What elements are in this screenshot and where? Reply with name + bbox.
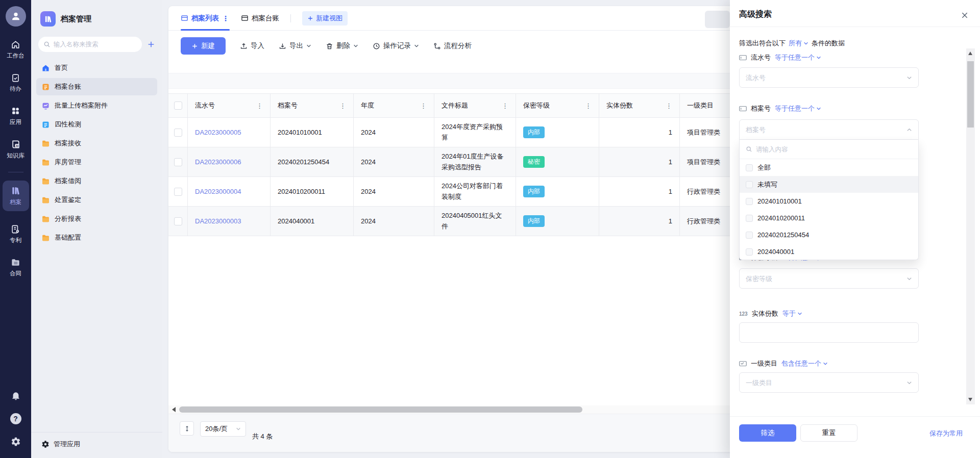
copies-filter-input[interactable] [739,322,919,343]
operator-select[interactable]: 包含任意一个 [781,359,828,368]
archive-no-filter-input[interactable] [739,119,919,140]
option-checkbox[interactable] [746,164,753,171]
gear-icon[interactable] [11,437,21,447]
option-checkbox[interactable] [746,198,753,205]
operator-select[interactable]: 等于任意一个 [775,104,821,113]
bell-icon[interactable] [11,391,21,401]
archive-no-filter-field[interactable] [746,126,906,134]
dropdown-option[interactable]: 20240201250454 [740,226,918,243]
import-button[interactable]: 导入 [240,41,264,50]
sidebar-item-disposal[interactable]: 处置鉴定 [36,191,157,209]
sidebar-item-report[interactable]: 分析报表 [36,210,157,227]
rail-item-archive[interactable]: 档案 [3,181,29,211]
column-menu-icon[interactable]: ⋮ [502,102,508,110]
filter-button[interactable]: 筛选 [739,424,796,442]
help-icon[interactable]: ? [10,413,21,424]
panel-scrollbar[interactable] [966,48,975,404]
column-menu-icon[interactable]: ⋮ [339,102,346,110]
close-icon[interactable] [961,11,969,19]
row-height-button[interactable] [180,421,194,436]
sidebar-item-receive[interactable]: 档案接收 [36,135,157,152]
save-as-common-link[interactable]: 保存为常用 [929,429,963,438]
rail-item-apps[interactable]: 应用 [3,106,29,126]
sidebar-item-config[interactable]: 基础配置 [36,229,157,246]
dropdown-search[interactable] [740,140,918,159]
copies-filter-field[interactable] [746,329,912,337]
operator-select[interactable]: 等于任意一个 [775,53,821,62]
option-checkbox[interactable] [746,181,753,188]
column-menu-icon[interactable]: ⋮ [666,102,672,110]
dropdown-option[interactable]: 202401010001 [740,193,918,210]
rail-item-contract[interactable]: 合同 [3,258,29,277]
sidebar-search[interactable] [38,37,142,52]
export-button[interactable]: 导出 [279,41,311,50]
sidebar-manage-app[interactable]: 管理应用 [31,432,162,458]
column-header: 一级类目 [687,101,714,110]
operation-log-button[interactable]: 操作记录 [373,41,419,50]
sidebar-item-borrow[interactable]: 档案借阅 [36,172,157,190]
view-grid-icon [241,14,249,22]
rail-item-todo[interactable]: 待办 [3,73,29,93]
security-level-filter-field[interactable] [746,275,906,283]
option-label: 2024040001 [757,248,794,256]
scroll-left-icon[interactable] [172,407,176,412]
rail-item-patent[interactable]: 专利 [3,224,29,244]
record-serial-link[interactable]: DA2023000005 [195,129,241,136]
partial-toolbar-button[interactable] [705,11,730,28]
row-checkbox[interactable] [174,217,182,225]
category-filter-field[interactable] [746,379,906,387]
row-checkbox[interactable] [174,188,182,196]
conjunction-select[interactable]: 所有 [789,39,808,48]
column-menu-icon[interactable]: ⋮ [256,102,263,110]
tab-archive-ledger[interactable]: 档案台账 [241,6,279,31]
column-menu-icon[interactable]: ⋮ [420,102,427,110]
dropdown-option-empty[interactable]: 未填写 [740,176,918,193]
scroll-up-icon[interactable] [968,52,972,55]
sidebar-search-row [31,27,162,55]
serial-filter-input[interactable] [739,67,919,88]
new-view-button[interactable]: 新建视图 [302,11,348,26]
sidebar-item-batch-upload[interactable]: 批量上传档案附件 [36,97,157,114]
option-checkbox[interactable] [746,248,753,256]
rail-item-workbench[interactable]: 工作台 [3,40,29,60]
sidebar-item-warehouse[interactable]: 库房管理 [36,154,157,171]
serial-filter-field[interactable] [746,74,906,82]
reset-button[interactable]: 重置 [800,424,857,442]
cell-copies: 1 [669,129,672,136]
add-icon[interactable] [147,40,155,48]
horizontal-scrollbar-thumb[interactable] [179,406,582,413]
option-checkbox[interactable] [746,215,753,222]
sidebar-item-four-check[interactable]: 四性检测 [36,116,157,133]
record-serial-link[interactable]: DA2023000003 [195,217,241,225]
sidebar-item-home[interactable]: 首页 [36,59,157,77]
dropdown-option-all[interactable]: 全部 [740,159,918,176]
sidebar-search-input[interactable] [54,41,137,48]
delete-label: 删除 [336,41,350,50]
user-avatar[interactable] [6,6,26,27]
row-checkbox[interactable] [174,129,182,137]
page-size-select[interactable]: 20条/页 [200,421,246,437]
rail-item-knowledge[interactable]: AI 知识库 [3,139,29,160]
flow-analysis-button[interactable]: 流程分析 [433,41,472,50]
rail-item-label: 应用 [10,118,21,126]
category-filter-input[interactable] [739,372,919,393]
record-serial-link[interactable]: DA2023000004 [195,188,241,195]
security-level-filter-input[interactable] [739,268,919,289]
column-menu-icon[interactable]: ⋮ [585,102,592,110]
tab-more-icon[interactable]: ⋮ [222,14,230,22]
tab-archive-list[interactable]: 档案列表 ⋮ [181,6,230,31]
dropdown-option[interactable]: 2024040001 [740,243,918,260]
create-button[interactable]: 新建 [181,37,226,55]
select-all-checkbox[interactable] [174,101,182,110]
option-checkbox[interactable] [746,232,753,239]
operator-value: 等于任意一个 [775,53,815,62]
row-checkbox[interactable] [174,158,182,166]
dropdown-search-input[interactable] [756,146,912,153]
delete-button[interactable]: 删除 [326,41,358,50]
panel-scrollbar-thumb[interactable] [967,61,974,128]
operator-select[interactable]: 等于 [782,309,802,318]
scroll-down-icon[interactable] [968,398,972,401]
dropdown-option[interactable]: 2024010200011 [740,210,918,226]
sidebar-item-ledger[interactable]: 档案台账 [36,78,157,95]
record-serial-link[interactable]: DA2023000006 [195,158,241,166]
